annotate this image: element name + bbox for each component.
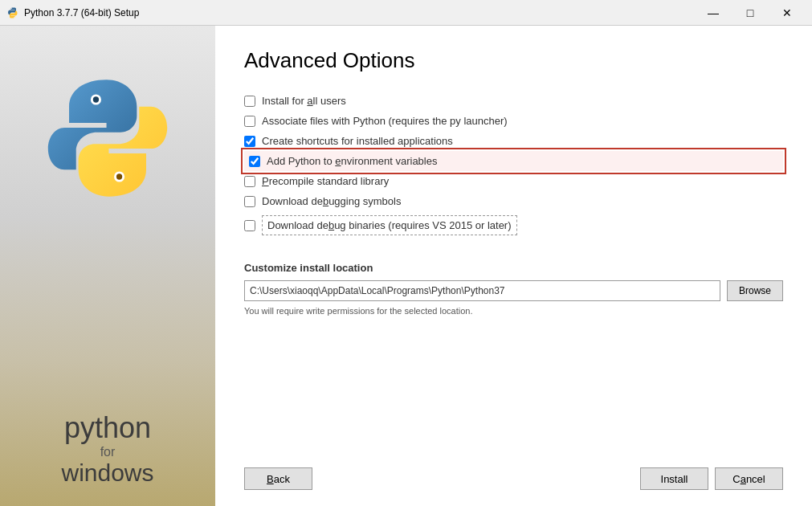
back-button[interactable]: Back [244, 467, 312, 490]
title-bar-controls: — □ ✕ [695, 2, 806, 24]
install-path-input[interactable] [244, 280, 720, 301]
option-precompile[interactable]: Precompile standard library [244, 171, 783, 191]
browse-button[interactable]: Browse [727, 280, 783, 301]
checkbox-debug-binaries[interactable] [244, 220, 255, 231]
install-location-row: Browse [244, 280, 783, 301]
option-debug-symbols[interactable]: Download debugging symbols [244, 191, 783, 211]
checkbox-debug-symbols[interactable] [244, 196, 255, 207]
checkbox-create-shortcuts[interactable] [244, 136, 255, 147]
close-button[interactable]: ✕ [769, 2, 806, 24]
cancel-button[interactable]: Cancel [715, 467, 783, 490]
sidebar-windows-label: windows [0, 459, 215, 487]
python-logo [43, 74, 172, 202]
install-note: You will require write permissions for t… [244, 306, 783, 316]
option-label-debug-binaries: Download debug binaries (requires VS 201… [262, 215, 517, 235]
option-associate-files[interactable]: Associate files with Python (requires th… [244, 111, 783, 131]
main-layout: python for windows Advanced Options Inst… [0, 26, 812, 506]
title-bar-left: Python 3.7.7 (64-bit) Setup [6, 6, 139, 19]
minimize-button[interactable]: — [695, 2, 732, 24]
option-label-precompile: Precompile standard library [262, 175, 389, 187]
bottom-bar-right: Install Cancel [640, 467, 783, 490]
title-bar: Python 3.7.7 (64-bit) Setup — □ ✕ [0, 0, 812, 26]
sidebar: python for windows [0, 26, 215, 506]
bottom-bar: Back Install Cancel [244, 455, 783, 490]
options-list: Install for all users Associate files wi… [244, 91, 783, 239]
install-button[interactable]: Install [640, 467, 708, 490]
svg-point-3 [116, 173, 122, 179]
option-add-to-path[interactable]: Add Python to environment variables [244, 151, 783, 171]
install-location-section: Customize install location Browse You wi… [244, 262, 783, 316]
window-title: Python 3.7.7 (64-bit) Setup [24, 7, 139, 18]
option-debug-binaries[interactable]: Download debug binaries (requires VS 201… [244, 211, 783, 239]
bottom-bar-left: Back [244, 467, 312, 490]
checkbox-add-to-path[interactable] [249, 156, 260, 167]
maximize-button[interactable]: □ [732, 2, 769, 24]
sidebar-for-label: for [0, 445, 215, 459]
checkbox-precompile[interactable] [244, 176, 255, 187]
page-title: Advanced Options [244, 48, 783, 73]
option-create-shortcuts[interactable]: Create shortcuts for installed applicati… [244, 131, 783, 151]
option-label-install-all-users: Install for all users [262, 95, 346, 107]
python-small-icon [6, 6, 19, 19]
sidebar-text: python for windows [0, 411, 215, 493]
option-install-all-users[interactable]: Install for all users [244, 91, 783, 111]
sidebar-python-label: python [0, 411, 215, 445]
option-label-create-shortcuts: Create shortcuts for installed applicati… [262, 135, 453, 147]
install-location-title: Customize install location [244, 262, 783, 274]
option-label-debug-symbols: Download debugging symbols [262, 195, 401, 207]
option-label-associate-files: Associate files with Python (requires th… [262, 115, 508, 127]
checkbox-associate-files[interactable] [244, 116, 255, 127]
svg-point-1 [93, 96, 99, 102]
content-area: Advanced Options Install for all users A… [215, 26, 812, 506]
checkbox-install-all-users[interactable] [244, 96, 255, 107]
option-label-add-to-path: Add Python to environment variables [267, 155, 437, 167]
